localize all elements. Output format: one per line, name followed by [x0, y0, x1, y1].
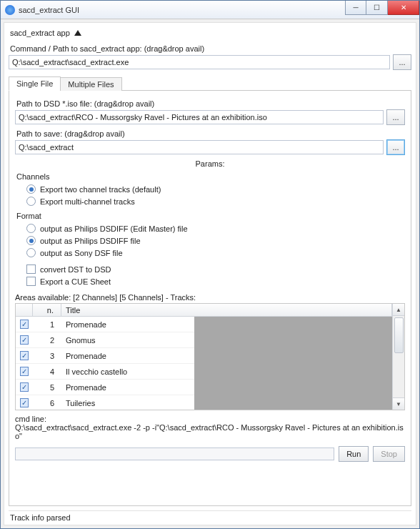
checkbox-icon	[26, 264, 36, 274]
row-title: Promenade	[61, 383, 194, 392]
row-title: Il vecchio castello	[61, 367, 194, 376]
radio-icon	[26, 236, 36, 245]
cmdline-label: cmd line:	[15, 415, 405, 423]
grid-header-title[interactable]: Title	[61, 304, 392, 316]
close-button[interactable]: ✕	[388, 1, 419, 15]
table-row[interactable]: 4Il vecchio castello	[16, 364, 194, 380]
row-checkbox-icon[interactable]	[20, 335, 29, 345]
radio-dsf[interactable]: output as Sony DSF file	[16, 247, 404, 259]
row-n: 2	[33, 336, 61, 345]
row-checkbox-icon[interactable]	[20, 351, 29, 360]
scroll-thumb[interactable]	[394, 317, 404, 353]
radio-icon	[26, 184, 36, 194]
tab-single-file[interactable]: Single File	[9, 76, 61, 91]
row-n: 5	[33, 383, 61, 392]
table-row[interactable]: 3Promenade	[16, 348, 194, 364]
grid-header: n. Title	[16, 304, 392, 317]
command-browse-button[interactable]: ...	[393, 54, 411, 70]
format-group: Format output as Philips DSDIFF (Edit Ma…	[16, 212, 404, 259]
row-checkbox-icon[interactable]	[20, 398, 29, 407]
row-n: 6	[33, 399, 61, 407]
scroll-up-icon[interactable]: ▲	[393, 304, 404, 316]
row-title: Tuileries	[61, 399, 194, 407]
save-input[interactable]: Q:\sacd_extract	[15, 140, 384, 154]
table-row[interactable]: 6Tuileries	[16, 395, 194, 410]
grid-scrollbar[interactable]: ▲ ▼	[392, 304, 404, 410]
stop-button: Stop	[373, 446, 405, 462]
channels-group: Channels Export two channel tracks (defa…	[16, 172, 404, 207]
row-title: Promenade	[61, 352, 194, 360]
format-title: Format	[16, 212, 404, 220]
grid-header-n[interactable]: n.	[33, 304, 61, 316]
radio-two-channel[interactable]: Export two channel tracks (default)	[16, 183, 404, 195]
tracks-grid: n. Title 1Promenade2Gnomus3Promenade4Il …	[15, 303, 405, 410]
section-header[interactable]: sacd_extract app	[9, 26, 411, 40]
row-title: Gnomus	[61, 336, 194, 345]
grid-header-check[interactable]	[16, 304, 33, 316]
row-n: 3	[33, 352, 61, 360]
status-bar: Track info parsed	[9, 510, 411, 522]
radio-icon	[26, 224, 36, 233]
table-row[interactable]: 5Promenade	[16, 380, 194, 395]
collapse-icon	[74, 30, 81, 36]
command-label: Command / Path to sacd_extract app: (dra…	[10, 44, 410, 53]
row-checkbox-icon[interactable]	[20, 320, 29, 329]
command-input[interactable]: Q:\sacd_extract\sacd_extract.exe	[9, 55, 390, 69]
checkbox-icon	[26, 277, 36, 286]
radio-multi-channel[interactable]: Export multi-channel tracks	[16, 195, 404, 207]
window-title: sacd_extract GUI	[19, 6, 345, 14]
scroll-down-icon[interactable]: ▼	[393, 397, 404, 410]
radio-icon	[26, 197, 36, 206]
table-row[interactable]: 1Promenade	[16, 317, 194, 332]
cmdline: cmd line: Q:\sacd_extract\sacd_extract.e…	[15, 415, 405, 440]
params-header: Params:	[15, 159, 405, 168]
row-checkbox-icon[interactable]	[20, 367, 29, 376]
radio-icon	[26, 248, 36, 257]
minimize-button[interactable]: ─	[345, 1, 366, 15]
maximize-button[interactable]: ☐	[366, 1, 388, 15]
progress-bar	[15, 448, 334, 460]
check-dst2dsd[interactable]: convert DST to DSD	[16, 263, 404, 275]
radio-dsdiff[interactable]: output as Philips DSDIFF file	[16, 234, 404, 247]
app-window: sacd_extract GUI ─ ☐ ✕ sacd_extract app …	[0, 0, 420, 529]
iso-label: Path to DSD *.iso file: (drag&drop avail…	[16, 99, 404, 108]
tabs: Single File Multiple Files	[9, 76, 411, 91]
row-checkbox-icon[interactable]	[20, 382, 29, 392]
channels-title: Channels	[16, 172, 404, 181]
section-title: sacd_extract app	[10, 29, 70, 37]
save-label: Path to save: (drag&drop avail)	[16, 129, 404, 138]
row-n: 4	[33, 367, 61, 376]
app-icon	[5, 5, 15, 15]
areas-label: Areas available: [2 Channels] [5 Channel…	[15, 293, 405, 302]
titlebar[interactable]: sacd_extract GUI ─ ☐ ✕	[1, 1, 419, 19]
tab-panel-single: Path to DSD *.iso file: (drag&drop avail…	[9, 91, 411, 506]
row-n: 1	[33, 320, 61, 329]
iso-input[interactable]: Q:\sacd_extract\RCO - Mussorgsky Ravel -…	[15, 110, 384, 124]
radio-dsdiff-edit[interactable]: output as Philips DSDIFF (Edit Master) f…	[16, 222, 404, 234]
tab-multiple-files[interactable]: Multiple Files	[60, 77, 121, 91]
check-cue[interactable]: Export a CUE Sheet	[16, 275, 404, 287]
table-row[interactable]: 2Gnomus	[16, 332, 194, 348]
options-group: convert DST to DSD Export a CUE Sheet	[16, 263, 404, 287]
save-browse-button[interactable]: ...	[386, 139, 405, 155]
iso-browse-button[interactable]: ...	[386, 109, 405, 125]
run-button[interactable]: Run	[339, 446, 369, 462]
row-title: Promenade	[61, 320, 194, 329]
cmdline-value: Q:\sacd_extract\sacd_extract.exe -2 -p -…	[15, 423, 405, 440]
